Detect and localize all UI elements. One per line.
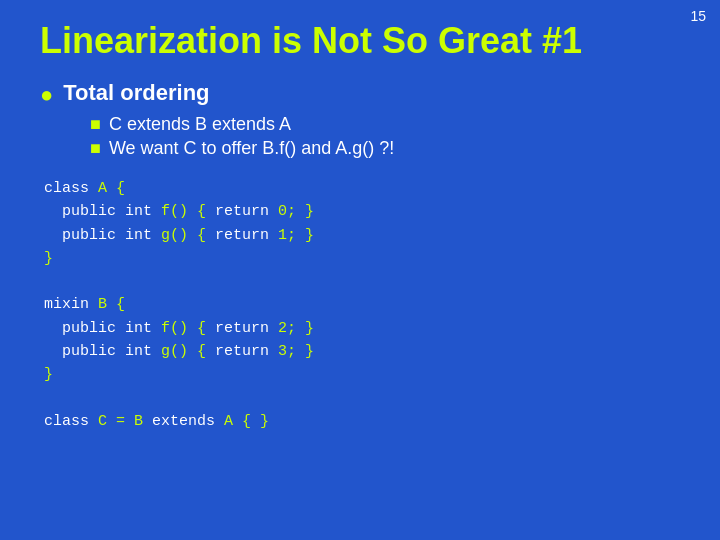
sub-bullet-1: ■ We want C to offer B.f() and A.g() ?! — [90, 138, 690, 159]
slide-number: 15 — [690, 8, 706, 24]
sub-bullet-dot-0: ■ — [90, 114, 101, 135]
main-bullet: ● Total ordering — [40, 80, 690, 108]
code-line-4 — [44, 270, 690, 293]
code-line-2: public int g() { return 1; } — [44, 224, 690, 247]
code-block: class A { public int f() { return 0; } p… — [30, 177, 690, 433]
code-line-3: } — [44, 247, 690, 270]
sub-bullets: ■ C extends B extends A ■ We want C to o… — [40, 114, 690, 159]
main-bullet-dot: ● — [40, 82, 53, 108]
code-line-1: public int f() { return 0; } — [44, 200, 690, 223]
code-line-10: class C = B extends A { } — [44, 410, 690, 433]
code-line-9 — [44, 386, 690, 409]
code-line-0: class A { — [44, 177, 690, 200]
code-line-8: } — [44, 363, 690, 386]
sub-bullet-0: ■ C extends B extends A — [90, 114, 690, 135]
slide-title: Linearization is Not So Great #1 — [30, 20, 690, 62]
slide: 15 Linearization is Not So Great #1 ● To… — [0, 0, 720, 540]
sub-bullet-text-0: C extends B extends A — [109, 114, 291, 135]
code-line-5: mixin B { — [44, 293, 690, 316]
code-line-7: public int g() { return 3; } — [44, 340, 690, 363]
sub-bullet-dot-1: ■ — [90, 138, 101, 159]
code-line-6: public int f() { return 2; } — [44, 317, 690, 340]
main-bullet-text: Total ordering — [63, 80, 209, 106]
bullet-section: ● Total ordering ■ C extends B extends A… — [30, 80, 690, 159]
sub-bullet-text-1: We want C to offer B.f() and A.g() ?! — [109, 138, 394, 159]
